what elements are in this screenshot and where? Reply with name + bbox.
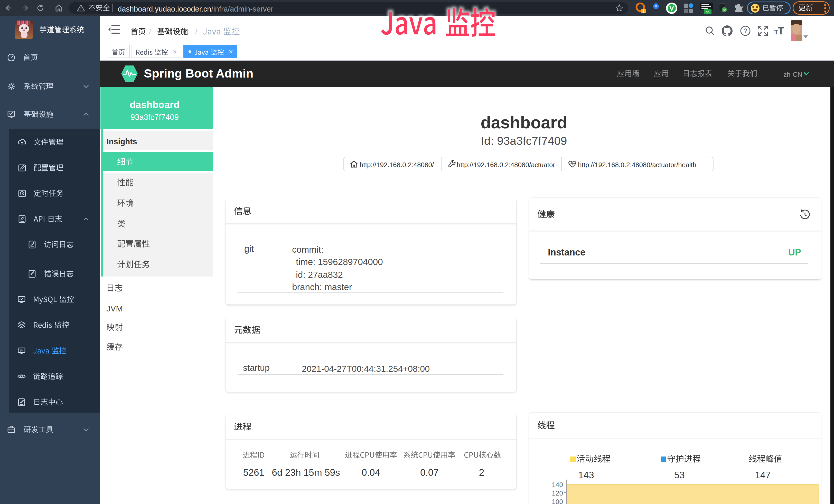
svg-text:T: T <box>778 26 784 36</box>
svg-text:?: ? <box>744 27 747 34</box>
svg-text:1: 1 <box>642 9 645 13</box>
svg-text:on: on <box>706 10 709 14</box>
